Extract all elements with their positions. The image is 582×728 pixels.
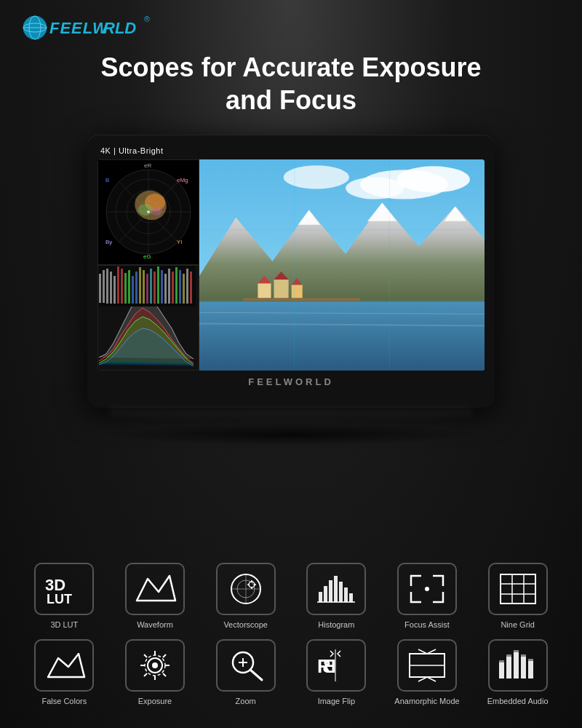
svg-rect-74 xyxy=(179,270,181,304)
svg-rect-91 xyxy=(324,586,327,602)
feature-icon-embedded-audio xyxy=(488,639,548,692)
monitor-brand-label: FEELWORLD xyxy=(97,376,485,387)
feature-label-histogram: Histogram xyxy=(318,620,354,630)
feature-embedded-audio: Embedded Audio xyxy=(475,639,560,706)
feature-label-false-colors: False Colors xyxy=(41,696,87,706)
svg-rect-99 xyxy=(501,574,535,604)
feature-image-flip: R B Image Flip xyxy=(294,639,379,706)
svg-text:YI: YI xyxy=(177,239,183,245)
feature-icon-3d-lut: 3D LUT xyxy=(34,563,94,615)
svg-text:LUT: LUT xyxy=(47,592,72,606)
svg-text:eR: eR xyxy=(144,162,151,169)
svg-rect-39 xyxy=(258,283,271,299)
svg-text:FEELW: FEELW xyxy=(49,19,109,37)
main-title: Scopes for Accurate Exposure and Focus xyxy=(0,51,582,116)
feature-icon-nine-grid xyxy=(488,563,548,615)
monitor-reflection xyxy=(109,408,473,422)
feature-label-waveform: Waveform xyxy=(137,620,173,630)
svg-rect-126 xyxy=(499,662,504,678)
feature-icon-vectorscope xyxy=(216,563,276,615)
svg-point-31 xyxy=(284,165,349,189)
svg-text:®: ® xyxy=(144,15,150,23)
feature-icon-false-colors xyxy=(34,639,94,692)
svg-text:B: B xyxy=(105,177,109,183)
svg-text:eG: eG xyxy=(143,253,151,260)
svg-rect-67 xyxy=(154,272,156,304)
svg-rect-77 xyxy=(190,272,192,304)
logo: FEELW RLD ® xyxy=(22,13,153,42)
feature-waveform: Waveform xyxy=(113,563,198,630)
monitor-badge: 4K | Ultra-Bright xyxy=(97,146,485,155)
feature-exposure: Exposure xyxy=(113,639,198,706)
svg-line-114 xyxy=(163,654,166,657)
svg-rect-63 xyxy=(139,267,141,304)
svg-rect-96 xyxy=(349,593,353,602)
logo-svg: FEELW RLD ® xyxy=(22,13,153,42)
feature-focus-assist: Focus Assist xyxy=(385,563,470,630)
svg-rect-65 xyxy=(146,274,148,304)
feature-nine-grid: Nine Grid xyxy=(475,563,560,630)
vectorscope-display: eR eMg YI eG B By xyxy=(97,159,199,265)
monitor-container: 4K | Ultra-Bright eR xyxy=(87,135,495,446)
svg-rect-45 xyxy=(243,298,360,301)
svg-rect-68 xyxy=(157,266,159,304)
feature-icon-exposure xyxy=(125,639,185,692)
feature-3d-lut: 3D LUT 3D LUT xyxy=(22,563,107,630)
feature-icon-image-flip: R B xyxy=(306,639,366,692)
svg-point-26 xyxy=(147,210,150,213)
monitor: 4K | Ultra-Bright eR xyxy=(87,135,495,408)
feature-label-vectorscope: Vectorscope xyxy=(223,620,268,630)
feature-icon-anamorphic xyxy=(397,639,457,692)
svg-point-24 xyxy=(138,204,153,215)
feature-label-3d-lut: 3D LUT xyxy=(50,620,78,630)
feature-icon-histogram xyxy=(306,563,366,615)
svg-rect-131 xyxy=(499,660,504,662)
svg-rect-60 xyxy=(128,270,130,304)
feature-zoom: Zoom xyxy=(203,639,288,706)
svg-rect-94 xyxy=(339,582,343,602)
svg-line-112 xyxy=(144,654,147,657)
svg-point-30 xyxy=(346,177,404,199)
feature-label-exposure: Exposure xyxy=(138,696,172,706)
svg-rect-61 xyxy=(132,276,134,304)
svg-rect-132 xyxy=(506,654,511,657)
svg-rect-54 xyxy=(106,269,108,304)
feature-label-embedded-audio: Embedded Audio xyxy=(487,696,549,706)
histogram-display xyxy=(97,265,199,371)
feature-label-nine-grid: Nine Grid xyxy=(501,620,534,630)
feature-label-focus-assist: Focus Assist xyxy=(404,620,450,630)
svg-rect-62 xyxy=(135,272,137,304)
svg-rect-93 xyxy=(334,576,338,602)
monitor-shadow xyxy=(102,424,480,446)
svg-rect-75 xyxy=(183,274,185,304)
svg-point-107 xyxy=(152,662,158,668)
svg-rect-76 xyxy=(186,269,188,304)
svg-rect-66 xyxy=(150,269,152,304)
svg-rect-72 xyxy=(172,272,174,304)
svg-rect-59 xyxy=(124,273,127,304)
svg-rect-135 xyxy=(528,659,533,661)
feature-label-image-flip: Image Flip xyxy=(318,696,355,706)
svg-rect-92 xyxy=(329,580,332,602)
svg-rect-127 xyxy=(506,657,511,678)
feature-label-anamorphic: Anamorphic Mode xyxy=(394,696,459,706)
feature-icon-zoom xyxy=(216,639,276,692)
feature-histogram: Histogram xyxy=(294,563,379,630)
svg-text:By: By xyxy=(105,239,112,245)
main-image xyxy=(199,159,485,371)
svg-point-25 xyxy=(151,207,162,215)
svg-line-113 xyxy=(163,673,166,676)
feature-label-zoom: Zoom xyxy=(236,696,256,706)
svg-rect-70 xyxy=(164,274,167,304)
svg-rect-56 xyxy=(113,276,116,304)
svg-rect-57 xyxy=(117,266,119,304)
svg-rect-73 xyxy=(175,267,178,304)
svg-rect-129 xyxy=(521,657,526,678)
monitor-screen: eR eMg YI eG B By xyxy=(97,159,485,371)
svg-rect-36 xyxy=(199,301,485,371)
svg-rect-134 xyxy=(521,654,526,657)
svg-rect-58 xyxy=(121,269,123,304)
feature-vectorscope: Vectorscope xyxy=(203,563,288,630)
svg-text:RLD: RLD xyxy=(103,19,136,37)
feature-false-colors: False Colors xyxy=(22,639,107,706)
